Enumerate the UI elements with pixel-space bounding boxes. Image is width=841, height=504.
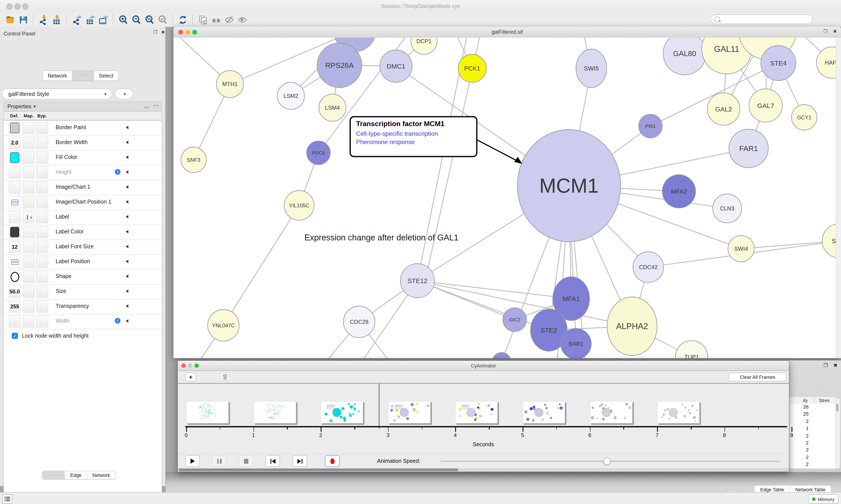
property-row-label-color[interactable]: Label Color: [4, 224, 162, 240]
mapping-cell[interactable]: [23, 271, 35, 283]
mapping-cell[interactable]: [23, 122, 35, 134]
network-node-dmc1[interactable]: DMC1: [380, 50, 412, 82]
expand-row-icon[interactable]: [126, 170, 128, 174]
frames-horizontal-scrollbar[interactable]: [178, 468, 789, 472]
skip-to-start-button[interactable]: [265, 455, 280, 467]
tab-select[interactable]: Select: [93, 71, 118, 80]
hide-selected-button[interactable]: [222, 14, 236, 26]
add-frame-button[interactable]: +: [185, 373, 196, 381]
float-window-icon[interactable]: ❐: [823, 29, 827, 34]
close-panel-icon[interactable]: ✖: [161, 30, 165, 35]
frame-thumbnail-5[interactable]: [455, 401, 498, 424]
clear-all-frames-button[interactable]: Clear All Frames: [729, 373, 786, 381]
network-node-pdc5[interactable]: PDC5: [307, 141, 330, 165]
import-network-button[interactable]: [37, 14, 50, 26]
float-panel-icon[interactable]: ❐: [153, 30, 157, 35]
close-window-icon[interactable]: [6, 3, 13, 10]
network-node-gcy1[interactable]: GCY1: [791, 105, 817, 130]
expand-row-icon[interactable]: [126, 141, 128, 144]
property-row-height[interactable]: Heighti: [4, 165, 162, 180]
frame-thumbnail-7[interactable]: [590, 401, 632, 424]
expand-row-icon[interactable]: [126, 200, 128, 204]
bypass-cell[interactable]: [36, 226, 48, 238]
table-scrollbar[interactable]: [835, 398, 840, 469]
bypass-cell[interactable]: [36, 137, 48, 149]
network-node-pis1[interactable]: PIS1: [639, 114, 662, 138]
table-row[interactable]: 1: [789, 425, 836, 432]
close-icon[interactable]: [181, 363, 186, 368]
delete-frame-button[interactable]: [219, 373, 230, 381]
network-node-far1[interactable]: FAR1: [729, 129, 768, 168]
zoom-icon[interactable]: [192, 30, 197, 35]
frame-thumbnail-8[interactable]: [657, 401, 699, 424]
network-canvas[interactable]: DCP1PCK1RPS28ADMC1MTH1LSM2LSM4SWI5GAL80G…: [174, 38, 841, 358]
network-node-cdc42[interactable]: CDC42: [633, 252, 664, 283]
info-icon[interactable]: i: [115, 169, 121, 175]
default-cell[interactable]: [9, 151, 21, 164]
network-node-mfa2[interactable]: MFA2: [662, 175, 696, 208]
expand-all-icon[interactable]: ⌄⌄: [143, 104, 149, 109]
pause-button[interactable]: [212, 455, 227, 467]
default-cell[interactable]: 2.0: [9, 137, 21, 149]
zoom-fit-button[interactable]: [143, 14, 156, 26]
export-image-button[interactable]: [96, 14, 109, 26]
lock-size-row[interactable]: ✓ Lock node width and height: [12, 333, 88, 339]
expand-row-icon[interactable]: [126, 289, 128, 293]
duplicate-network-button[interactable]: [196, 14, 209, 26]
frame-thumbnail-6[interactable]: [522, 401, 565, 424]
property-row-shape[interactable]: Shape: [4, 269, 162, 285]
expand-row-icon[interactable]: [126, 185, 128, 189]
show-all-button[interactable]: [236, 14, 249, 26]
table-body[interactable]: 26252122222: [789, 404, 836, 469]
bypass-cell[interactable]: [36, 166, 48, 179]
network-node-pck1[interactable]: PCK1: [458, 54, 486, 82]
maximize-window-icon[interactable]: [22, 3, 29, 10]
refresh-button[interactable]: [176, 14, 189, 26]
network-node-bar1[interactable]: BAR1: [561, 328, 591, 358]
bypass-cell[interactable]: [36, 196, 48, 209]
default-cell[interactable]: [9, 315, 21, 327]
default-cell[interactable]: 255: [9, 300, 21, 313]
bypass-cell[interactable]: [36, 241, 48, 253]
table-row[interactable]: 2: [789, 454, 836, 461]
task-history-button[interactable]: [2, 494, 12, 504]
import-table-button[interactable]: [50, 14, 63, 26]
network-node-cln3[interactable]: CLN3: [713, 194, 741, 223]
network-edge[interactable]: [223, 205, 299, 325]
table-row[interactable]: 25: [789, 411, 836, 418]
close-icon[interactable]: [178, 30, 183, 35]
network-node-gal2[interactable]: GAL2: [708, 93, 740, 125]
table-row[interactable]: 2: [789, 439, 836, 447]
network-node-mth1[interactable]: MTH1: [216, 71, 244, 98]
frame-thumbnail-2[interactable]: [253, 401, 296, 424]
mapping-cell[interactable]: [23, 300, 35, 313]
network-node-yil105c[interactable]: YIL105C: [284, 191, 314, 220]
annotation-box[interactable]: Transcription factor MCM1 Cell-type-spec…: [350, 116, 478, 157]
default-cell[interactable]: [9, 166, 21, 179]
cyanimator-titlebar[interactable]: CyAnimator: [178, 361, 789, 371]
bypass-cell[interactable]: [36, 181, 48, 194]
property-row-label[interactable]: ⋮›Label: [4, 210, 162, 225]
close-panel-icon[interactable]: ✖: [834, 363, 838, 368]
network-node-tup1[interactable]: TUP1: [676, 341, 708, 358]
open-session-button[interactable]: [3, 14, 17, 26]
annotation-link-1[interactable]: Cell-type-specific transcription: [356, 130, 471, 138]
tab-node[interactable]: Node: [42, 471, 65, 479]
default-cell[interactable]: 50.0: [9, 286, 21, 298]
memory-button[interactable]: Memory: [808, 494, 838, 504]
property-row-label-position[interactable]: Label Position: [4, 254, 162, 270]
expand-row-icon[interactable]: [126, 156, 128, 159]
bypass-cell[interactable]: [36, 315, 48, 327]
property-row-width[interactable]: Widthi: [4, 314, 162, 329]
record-button[interactable]: [325, 455, 339, 467]
table-row[interactable]: 2: [789, 418, 836, 426]
network-node-ste4[interactable]: STE4: [761, 46, 796, 80]
property-row-image-chart-1[interactable]: Image/Chart 1: [4, 180, 162, 195]
export-network-button[interactable]: [70, 14, 83, 26]
bypass-cell[interactable]: [36, 256, 48, 268]
network-node-swi4[interactable]: SWI4: [728, 236, 754, 262]
float-panel-icon[interactable]: ❐: [823, 363, 828, 368]
expand-row-icon[interactable]: [126, 245, 128, 248]
network-vertical-scrollbar[interactable]: [836, 38, 841, 358]
tab-edge[interactable]: Edge: [65, 471, 87, 479]
